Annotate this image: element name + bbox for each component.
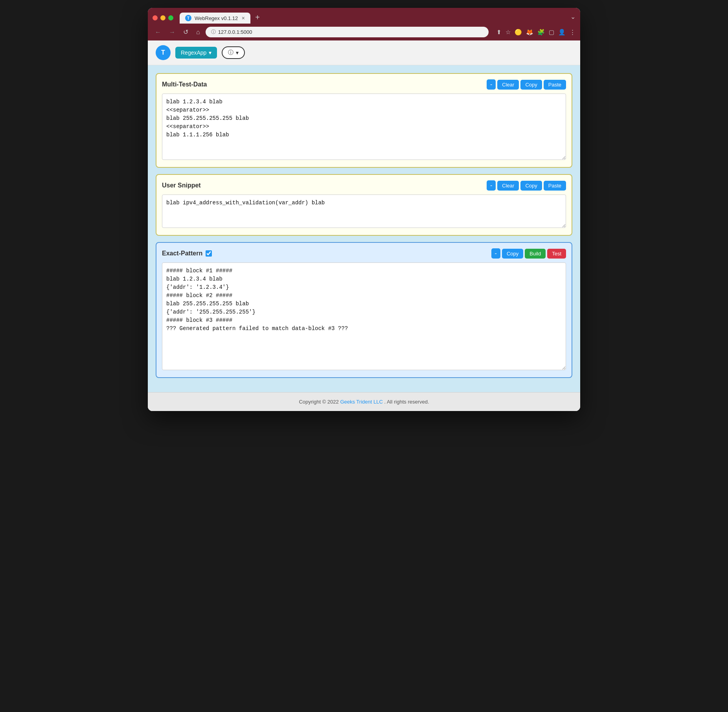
title-bar: T WebRegex v0.1.12 × + ⌄ ← → ↺ ⌂ ⓘ 127.0… [148,8,580,40]
regex-app-arrow: ▾ [209,50,211,56]
footer-text: Copyright © 2022 [299,399,340,405]
extensions-button[interactable]: 🧩 [537,29,545,36]
app-footer: Copyright © 2022 Geeks Trident LLC . All… [148,392,580,411]
multi-test-data-actions: - Clear Copy Paste [487,79,566,90]
regex-app-label: RegexApp [181,50,206,56]
multi-test-data-header: Multi-Test-Data - Clear Copy Paste [162,79,566,90]
split-view-button[interactable]: ▢ [549,29,554,36]
back-button[interactable]: ← [153,27,164,37]
browser-toolbar: ⬆ ☆ 🟡 🦊 🧩 ▢ 👤 ⋮ [496,29,575,36]
exact-pattern-test-button[interactable]: Test [547,249,566,259]
exact-pattern-panel: Exact-Pattern - Copy Build Test [156,242,572,378]
browser-window: T WebRegex v0.1.12 × + ⌄ ← → ↺ ⌂ ⓘ 127.0… [148,8,580,411]
multi-test-data-panel: Multi-Test-Data - Clear Copy Paste [156,73,572,168]
exact-pattern-textarea[interactable] [162,262,566,370]
tab-title: WebRegex v0.1.12 [195,15,238,21]
footer-link[interactable]: Geeks Trident LLC [340,399,382,405]
maximize-window-button[interactable] [168,15,173,20]
info-label: ⓘ [228,49,233,56]
bookmark-button[interactable]: ☆ [506,29,511,36]
exact-pattern-checkbox[interactable] [206,250,212,257]
home-button[interactable]: ⌂ [194,27,202,37]
tab-list-button[interactable]: ⌄ [570,13,575,24]
info-arrow: ▾ [236,50,239,56]
tab-close-button[interactable]: × [242,15,245,21]
exact-pattern-title: Exact-Pattern [162,250,212,257]
app-content: T RegexApp ▾ ⓘ ▾ Multi-Test-Data - Clear… [148,40,580,411]
footer-suffix: . All rights reserved. [384,399,429,405]
secure-icon: ⓘ [211,29,216,35]
multi-test-data-textarea[interactable] [162,94,566,160]
share-button[interactable]: ⬆ [496,29,502,36]
user-snippet-header: User Snippet - Clear Copy Paste [162,180,566,191]
user-snippet-paste-button[interactable]: Paste [544,181,566,191]
multi-test-copy-button[interactable]: Copy [520,80,542,90]
multi-test-data-title: Multi-Test-Data [162,81,207,88]
user-snippet-panel: User Snippet - Clear Copy Paste [156,174,572,236]
multi-test-clear-button[interactable]: Clear [497,80,519,90]
regex-app-menu-button[interactable]: RegexApp ▾ [175,47,217,59]
close-window-button[interactable] [153,15,158,20]
address-row: ← → ↺ ⌂ ⓘ 127.0.0.1:5000 ⬆ ☆ 🟡 🦊 🧩 ▢ 👤 ⋮ [148,24,580,40]
exact-pattern-build-button[interactable]: Build [525,249,546,259]
extension1-button[interactable]: 🟡 [515,29,522,36]
multi-test-paste-button[interactable]: Paste [544,80,566,90]
user-snippet-textarea[interactable] [162,195,566,228]
profile-button[interactable]: 👤 [558,29,566,36]
new-tab-button[interactable]: + [252,12,263,23]
reload-button[interactable]: ↺ [181,27,191,37]
user-snippet-clear-button[interactable]: Clear [497,181,519,191]
extension2-button[interactable]: 🦊 [526,29,533,36]
exact-pattern-minus-button[interactable]: - [491,248,500,259]
address-bar[interactable]: ⓘ 127.0.0.1:5000 [206,27,489,37]
info-menu-button[interactable]: ⓘ ▾ [222,46,245,59]
multi-test-minus-button[interactable]: - [487,79,496,90]
user-snippet-copy-button[interactable]: Copy [520,181,542,191]
tab-row: T WebRegex v0.1.12 × + ⌄ [148,8,580,24]
minimize-window-button[interactable] [160,15,165,20]
exact-pattern-header: Exact-Pattern - Copy Build Test [162,248,566,259]
browser-tab[interactable]: T WebRegex v0.1.12 × [180,13,250,24]
main-area: Multi-Test-Data - Clear Copy Paste User … [148,65,580,392]
app-navbar: T RegexApp ▾ ⓘ ▾ [148,40,580,65]
forward-button[interactable]: → [167,27,178,37]
user-snippet-actions: - Clear Copy Paste [487,180,566,191]
exact-pattern-actions: - Copy Build Test [491,248,566,259]
tab-favicon: T [185,15,191,21]
user-snippet-title: User Snippet [162,182,201,189]
app-logo: T [156,45,171,60]
exact-pattern-copy-button[interactable]: Copy [502,249,523,259]
traffic-lights [153,15,173,24]
address-text: 127.0.0.1:5000 [218,29,252,35]
menu-button[interactable]: ⋮ [570,29,575,36]
user-snippet-minus-button[interactable]: - [487,180,496,191]
